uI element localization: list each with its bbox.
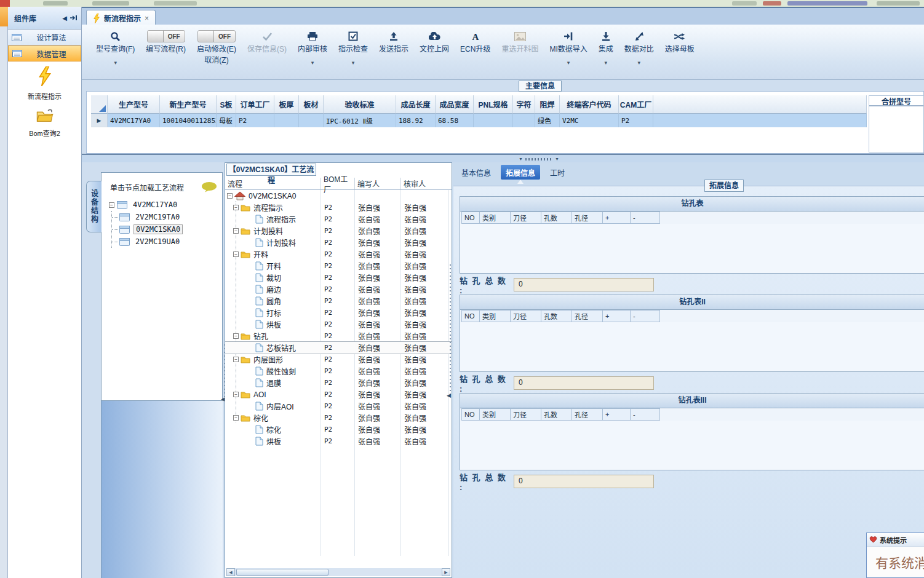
grid-column-header-成品宽度[interactable]: 成品宽度 [436,95,474,114]
splitter-handle[interactable]: ▼ ▼ [519,157,559,161]
grid-cell-板材[interactable] [299,114,324,127]
grid-column-header-终端客户代码[interactable]: 终端客户代码 [560,95,619,114]
process-row-开料[interactable]: −开料P2张自强张自强 [225,248,452,260]
chevron-down-icon[interactable]: ▾ [567,60,570,67]
toolbar-button-MI数据导入[interactable]: MI数据导入▾ [544,29,592,67]
grid-column-header-字符[interactable]: 字符 [513,95,535,114]
grid-cell-新生产型号[interactable]: 10010400112853 [160,114,217,127]
chevron-down-icon[interactable]: ▾ [638,60,641,67]
sidebar-item-数据管理[interactable]: 数据管理 [8,46,81,61]
grid-column-header-CAM工厂[interactable]: CAM工厂 [619,95,653,114]
grid-column-header-PNL规格[interactable]: PNL规格 [474,95,513,114]
scroll-left-icon[interactable]: ◀ [226,568,235,576]
chevron-down-icon[interactable]: ▾ [114,60,117,67]
drill-column-header-孔数[interactable]: 孔数 [541,408,572,421]
drill-column-header-刀径[interactable]: 刀径 [511,212,541,224]
device-tree-node-0V2MC1SKA0[interactable]: 0V2MC1SKA0 [112,223,222,236]
drill-column-header-NO[interactable]: NO [461,408,480,421]
grid-column-header-订单工厂[interactable]: 订单工厂 [236,95,274,114]
device-tree-node-2V2MC19UA0[interactable]: 2V2MC19UA0 [112,236,222,248]
process-row-酸性蚀刻[interactable]: 酸性蚀刻P2张自强张自强 [225,365,452,377]
toolbar-button-启动修改(E)[interactable]: OFF启动修改(E)取消(Z) [191,29,242,66]
grid-column-header-S板[interactable]: S板 [217,95,236,114]
horizontal-scrollbar[interactable]: ◀ ▶ [226,568,450,576]
process-row-裁切[interactable]: 裁切P2张自强张自强 [225,272,452,283]
collapse-box[interactable]: − [233,228,239,234]
process-row-圆角[interactable]: 圆角P2张自强张自强 [225,295,452,307]
horizontal-splitter[interactable]: ▼ ▼ [82,154,924,162]
drill-column-header--[interactable]: - [631,212,660,224]
toolbar-button-数据对比[interactable]: 数据对比▾ [619,29,659,67]
process-row-AOI[interactable]: −AOIP2张自强张自强 [225,389,452,400]
collapse-box[interactable]: − [233,251,239,257]
off-toggle[interactable]: OFF [147,30,185,42]
grid-cell-PNL规格[interactable] [474,114,513,127]
process-row-计划投料[interactable]: 计划投料P2张自强张自强 [225,237,452,248]
device-tree-node-2V2MC19TA0[interactable]: 2V2MC19TA0 [112,211,222,223]
grid-corner-cell[interactable] [91,95,108,114]
grid-cell-CAM工厂[interactable]: P2 [619,114,653,127]
process-row-钻孔[interactable]: −钻孔P2张自强张自强 [225,330,452,342]
scroll-right-icon[interactable]: ▶ [442,568,450,576]
chevron-down-icon[interactable]: ▾ [605,60,608,67]
grid-cell-板厚[interactable] [274,114,299,127]
process-column-header-编写人[interactable]: 编写人 [354,178,400,189]
drill-column-header-孔数[interactable]: 孔数 [541,212,572,224]
grid-cell-验收标准[interactable]: IPC-6012 Ⅱ级 [324,114,396,127]
scrollbar-thumb[interactable] [236,569,329,576]
process-column-header-核审人[interactable]: 核审人 [400,178,448,189]
collapse-arrow-icon[interactable]: ◀ [447,392,451,398]
grid-cell-字符[interactable] [513,114,535,127]
toolbar-button-型号查询(F)[interactable]: 型号查询(F)▾ [90,29,140,67]
drill-column-header--[interactable]: - [631,408,660,421]
collapse-box[interactable]: − [109,202,114,208]
drill-column-header-NO[interactable]: NO [461,310,480,322]
process-row-磨边[interactable]: 磨边P2张自强张自强 [225,283,452,295]
drill-column-header--[interactable]: - [631,310,660,322]
process-row-烘板[interactable]: 烘板P2张自强张自强 [225,435,452,447]
drill-column-header-NO[interactable]: NO [461,212,480,224]
drill-column-header-类别[interactable]: 类别 [480,310,511,322]
process-row-计划投料[interactable]: −计划投料P2张自强张自强 [225,225,452,237]
grid-cell-生产型号[interactable]: 4V2MC17YA0 [108,114,160,127]
process-row-流程指示[interactable]: −流程指示P2张自强张自强 [225,202,452,213]
toolbar-button-文控上网[interactable]: 文控上网 [414,29,455,55]
process-row-内层图形[interactable]: −内层图形P2张自强张自强 [225,354,452,365]
chevron-left-icon[interactable]: ◀ [62,15,67,22]
grid-column-header-板厚[interactable]: 板厚 [274,95,299,114]
chevron-down-icon[interactable]: ▾ [311,60,314,67]
drill-total-value[interactable]: 0 [514,475,654,488]
process-row-0V2MC1SKA0[interactable]: −0V2MC1SKA0 [225,190,452,202]
process-column-header-BOM工厂[interactable]: BOM工厂 [321,178,354,189]
collapse-box[interactable]: − [233,357,239,362]
collapse-box[interactable]: − [233,205,239,210]
sidebar-tool-新流程指示[interactable]: 新流程指示 [8,66,81,101]
grid-cell-终端客户代码[interactable]: V2MC [560,114,619,127]
process-row-流程指示[interactable]: 流程指示P2张自强张自强 [225,213,452,225]
drill-total-value[interactable]: 0 [514,278,654,291]
collapse-box[interactable]: − [227,193,233,199]
drill-column-header-孔径[interactable]: 孔径 [572,310,603,322]
drill-column-header-+[interactable]: + [603,408,631,421]
toolbar-button-指示检查[interactable]: 指示检查▾ [333,29,373,67]
drill-column-header-类别[interactable]: 类别 [480,408,511,421]
collapse-box[interactable]: − [233,415,239,421]
collapse-box[interactable]: − [233,333,239,339]
grid-column-header-板材[interactable]: 板材 [299,95,324,114]
grid-cell-S板[interactable]: 母板 [217,114,236,127]
detail-tab-拓展信息[interactable]: 拓展信息 [501,165,540,180]
sidebar-tool-Bom查询2[interactable]: Bom查询2 [8,108,81,138]
drill-column-header-孔径[interactable]: 孔径 [572,408,603,421]
drill-total-value[interactable]: 0 [514,376,654,390]
process-row-烘板[interactable]: 烘板P2张自强张自强 [225,319,452,330]
grid-cell-成品宽度[interactable]: 68.58 [436,114,474,127]
drill-column-header-孔径[interactable]: 孔径 [572,212,603,224]
process-row-芯板钻孔[interactable]: 芯板钻孔P2张自强张自强 [225,342,452,354]
grid-column-header-生产型号[interactable]: 生产型号 [108,95,160,114]
process-row-棕化[interactable]: 棕化P2张自强张自强 [225,424,452,435]
vertical-tab-device-structure[interactable]: 设备结构 [86,181,102,232]
detail-tab-基本信息[interactable]: 基本信息 [456,165,496,180]
toolbar-button-集成[interactable]: 集成▾ [593,29,619,67]
grid-column-header-新生产型号[interactable]: 新生产型号 [160,95,217,114]
process-row-打标[interactable]: 打标P2张自强张自强 [225,307,452,319]
